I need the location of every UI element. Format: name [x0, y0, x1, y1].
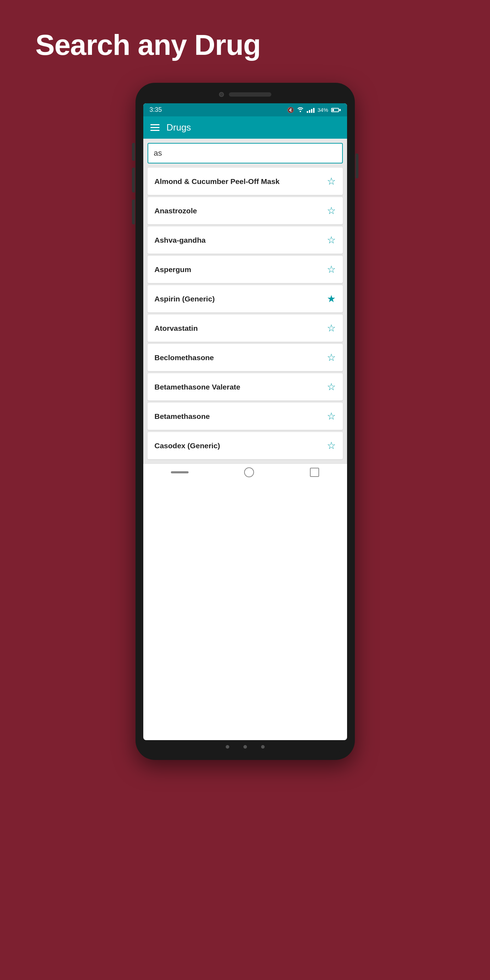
search-container [143, 139, 347, 168]
drug-name: Ashva-gandha [154, 236, 206, 245]
star-icon[interactable]: ☆ [327, 410, 336, 422]
star-icon[interactable]: ☆ [327, 322, 336, 334]
star-icon[interactable]: ☆ [327, 381, 336, 393]
bottom-nav-bar [143, 463, 347, 481]
page-heading: Search any Drug [0, 28, 261, 62]
drug-name: Atorvastatin [154, 324, 198, 332]
drug-name: Almond & Cucumber Peel-Off Mask [154, 177, 280, 186]
power-button [356, 154, 358, 178]
drug-list-item[interactable]: Betamethasone Valerate☆ [148, 373, 343, 401]
app-title: Drugs [167, 122, 191, 133]
drug-list-item[interactable]: Almond & Cucumber Peel-Off Mask☆ [148, 168, 343, 195]
wifi-icon [297, 107, 304, 114]
signal-icon [307, 107, 315, 113]
drug-name: Anastrozole [154, 207, 197, 215]
drug-list-item[interactable]: Aspergum☆ [148, 256, 343, 283]
drug-list-item[interactable]: Aspirin (Generic)★ [148, 285, 343, 312]
front-camera [219, 92, 224, 97]
search-input[interactable] [148, 143, 343, 164]
status-time: 3:35 [150, 106, 162, 114]
volume-silent-button [132, 143, 135, 161]
drug-list-item[interactable]: Atorvastatin☆ [148, 315, 343, 342]
phone-screen: 3:35 🔇 34% [143, 103, 347, 740]
drug-list-item[interactable]: Casodex (Generic)☆ [148, 432, 343, 459]
status-bar: 3:35 🔇 34% [143, 103, 347, 116]
recents-button[interactable] [310, 468, 319, 477]
volume-down-button [132, 199, 135, 224]
drug-list-item[interactable]: Beclomethasone☆ [148, 344, 343, 371]
menu-button[interactable] [150, 124, 159, 131]
drug-name: Beclomethasone [154, 353, 214, 362]
star-icon[interactable]: ☆ [327, 205, 336, 216]
battery-icon [331, 108, 341, 112]
phone-bottom-bar [143, 740, 347, 752]
star-icon[interactable]: ☆ [327, 440, 336, 452]
drug-list: Almond & Cucumber Peel-Off Mask☆Anastroz… [143, 168, 347, 463]
drug-name: Betamethasone [154, 412, 210, 421]
drug-list-item[interactable]: Anastrozole☆ [148, 197, 343, 224]
star-icon[interactable]: ★ [327, 293, 336, 305]
volume-up-button [132, 168, 135, 192]
drug-name: Casodex (Generic) [154, 442, 220, 450]
home-button[interactable] [244, 467, 254, 477]
star-icon[interactable]: ☆ [327, 175, 336, 187]
star-icon[interactable]: ☆ [327, 352, 336, 363]
battery-percent: 34% [317, 107, 328, 113]
drug-list-item[interactable]: Betamethasone☆ [148, 402, 343, 430]
status-icons: 🔇 34% [287, 107, 340, 114]
mute-icon: 🔇 [287, 107, 294, 113]
drug-name: Aspergum [154, 265, 191, 274]
back-button[interactable] [171, 471, 189, 473]
app-bar: Drugs [143, 116, 347, 139]
star-icon[interactable]: ☆ [327, 264, 336, 275]
drug-list-item[interactable]: Ashva-gandha☆ [148, 226, 343, 254]
star-icon[interactable]: ☆ [327, 234, 336, 246]
phone-top-notch [143, 91, 347, 100]
earpiece-speaker [229, 92, 271, 97]
drug-name: Betamethasone Valerate [154, 383, 240, 391]
drug-name: Aspirin (Generic) [154, 295, 215, 303]
phone-device: 3:35 🔇 34% [135, 83, 355, 760]
